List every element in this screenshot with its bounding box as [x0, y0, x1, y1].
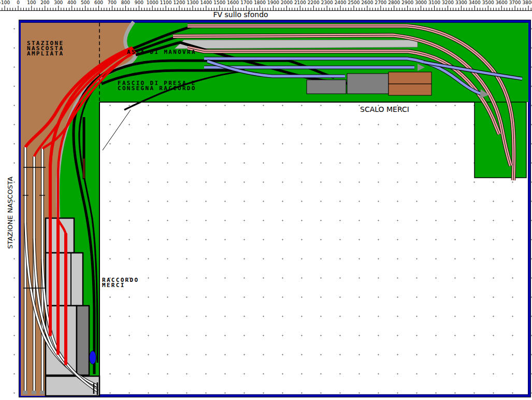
ruler-number: 3800: [523, 0, 532, 5]
stazione-nascosta-ampliata-label: STAZIONE NASCOSTA AMPLIATA: [27, 41, 64, 56]
ruler-number: 1700: [240, 0, 252, 5]
ruler-number: 3400: [469, 0, 481, 5]
ruler-number: 1900: [267, 0, 279, 5]
ruler-number: 1200: [174, 0, 185, 5]
raccordo-merci-label: RACCORDO MERCI: [102, 278, 139, 288]
signal-marker-blue: [90, 351, 96, 364]
horizontal-ruler[interactable]: -100010020030040050060070080090010001100…: [0, 0, 532, 11]
ruler-number: -100: [0, 0, 10, 5]
ruler-number: 500: [81, 0, 90, 5]
ruler-number: 300: [54, 0, 63, 5]
goods-shed-upper: [389, 72, 432, 84]
building-d: [77, 306, 89, 375]
ruler-number: 1400: [200, 0, 212, 5]
buffer-stop-w3: [40, 391, 45, 394]
ruler-number: 2300: [321, 0, 333, 5]
ruler-number: 2500: [348, 0, 360, 5]
ruler-number: 1500: [213, 0, 225, 5]
ruler-number: 900: [135, 0, 143, 5]
buffer-stop-w1: [23, 391, 27, 394]
region-right-wing: [475, 102, 526, 178]
ruler-number: 2400: [335, 0, 347, 5]
ruler-number: 700: [108, 0, 117, 5]
ruler-number: 1300: [187, 0, 199, 5]
buffer-stop-w2: [32, 391, 36, 394]
goods-platform-1: [307, 80, 346, 94]
stazione-nascosta-label: STAZIONE NASCOSTA: [6, 169, 14, 257]
ruler-number: 800: [121, 0, 130, 5]
ruler-number: 1000: [147, 0, 159, 5]
ruler-number: 2900: [401, 0, 413, 5]
leader-line: [103, 110, 131, 150]
fascio-di-presa-label: FASCIO DI PRESA E CONSEGNA RACCORDO: [118, 81, 196, 91]
ruler-number: 0: [17, 0, 20, 5]
platform-long: [175, 40, 418, 49]
scalo-merci-label: SCALO MERCI: [360, 105, 409, 113]
ruler-number: 600: [94, 0, 103, 5]
drawing-title-label: FV sullo sfondo: [211, 10, 270, 19]
ruler-number: 3000: [415, 0, 427, 5]
ruler-number: 400: [67, 0, 76, 5]
goods-shed-lower: [389, 84, 432, 95]
plan-canvas[interactable]: [0, 0, 532, 400]
ruler-number: 3100: [428, 0, 440, 5]
ruler-number: 100: [27, 0, 36, 5]
ruler-number: 3700: [509, 0, 521, 5]
ruler-number: 2700: [375, 0, 386, 5]
ruler-number: 3500: [482, 0, 494, 5]
ruler-number: 3600: [496, 0, 508, 5]
ruler-number: 1800: [254, 0, 266, 5]
ruler-number: 3300: [455, 0, 467, 5]
ruler-number: 3200: [442, 0, 454, 5]
goods-platform-2: [347, 74, 389, 94]
ruler-number: 200: [40, 0, 49, 5]
ruler-number: 1100: [160, 0, 172, 5]
ruler-number: 2200: [308, 0, 320, 5]
ruler-number: 1600: [227, 0, 239, 5]
track-plan-editor-window: -100010020030040050060070080090010001100…: [0, 0, 532, 400]
asta-di-manovra-label: ASTA DI MANOVRA: [127, 50, 196, 55]
ruler-number: 2100: [294, 0, 306, 5]
ruler-number: 2600: [361, 0, 373, 5]
ruler-number: 2000: [281, 0, 293, 5]
ruler-number: 2800: [388, 0, 400, 5]
